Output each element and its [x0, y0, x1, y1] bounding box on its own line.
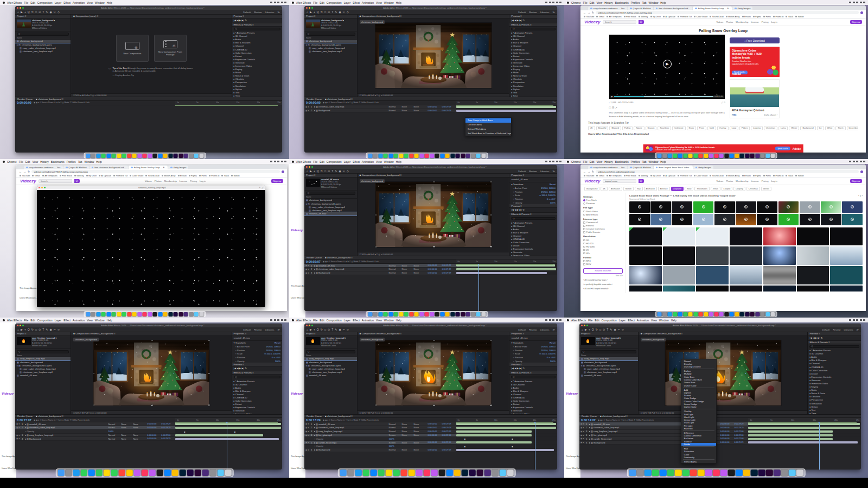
menubar-item[interactable]: View: [376, 160, 382, 163]
transform-property-row[interactable]: ○ Position1920.0, 1080.0: [509, 348, 557, 352]
minimize-window-button[interactable]: [41, 187, 43, 188]
timeline-layer-row[interactable]: ◉ ● 6 ▸ ▥ Background Normal None None 0:…: [304, 448, 557, 452]
bookmark-item[interactable]: AE Templates: [42, 175, 58, 177]
adobe-ad-card[interactable]: Öğrencilere Cyber Monday'de %60 + %20 in…: [730, 47, 780, 78]
menubar-item[interactable]: Chrome: [571, 1, 581, 4]
dock-icon[interactable]: [394, 154, 398, 158]
filter-chip[interactable]: Background: [584, 187, 599, 191]
layer-name[interactable]: ▸ ▥ Background: [314, 448, 389, 451]
dock-icon[interactable]: [143, 312, 147, 316]
keyframe-icon[interactable]: ◆: [234, 431, 235, 433]
layer-duration-bar[interactable]: [748, 441, 857, 443]
dock-icon[interactable]: [141, 470, 148, 477]
timeline-layer-row[interactable]: ◉ ● 3 ▸ ▥ Background Normal None None 0:…: [304, 271, 557, 275]
layer-name[interactable]: ▸ ▥ snowfall_4K.mov: [314, 264, 389, 267]
menubar-item[interactable]: Effect: [353, 160, 360, 163]
progress-bar[interactable]: [614, 96, 713, 97]
site-nav-link[interactable]: License: [751, 180, 758, 182]
layer-visibility-icons[interactable]: ◉ ●: [304, 264, 311, 267]
bookmark-item[interactable]: Videezy: [639, 175, 648, 177]
context-menu-item[interactable]: Lift Work Area: [465, 123, 511, 127]
zoom-window-button[interactable]: [311, 166, 313, 168]
dock-icon[interactable]: [112, 312, 116, 316]
dock-icon[interactable]: [112, 154, 116, 158]
layer-visibility-icons[interactable]: ◉ ●: [579, 434, 586, 436]
dock-icon[interactable]: [168, 312, 173, 316]
layer-name[interactable]: ▸ ▥ candle_flicker.mp4: [589, 438, 681, 440]
dock-icon[interactable]: [86, 154, 90, 158]
bookmark-item[interactable]: Gmail: [596, 175, 604, 177]
timeline-layer-row[interactable]: ◉ ● 1 ▸ ▥ snowfall_4K.mov Normal ▾ None …: [579, 422, 861, 426]
tool-icon[interactable]: ↻: [321, 328, 323, 331]
track-matte-select[interactable]: None: [402, 271, 414, 274]
video-thumbnail[interactable]: [696, 266, 729, 284]
browser-tab[interactable]: free-christmas-background-vid…: [90, 166, 129, 170]
dock-icon[interactable]: [111, 470, 118, 477]
menubar-item[interactable]: Composition: [37, 1, 53, 4]
track-matte-select[interactable]: None: [402, 109, 414, 112]
menubar-item[interactable]: Bookmarks: [615, 1, 629, 4]
dock-icon[interactable]: [419, 312, 424, 316]
apple-menu-icon[interactable]: [3, 319, 5, 321]
tool-icon[interactable]: ⌂: [17, 11, 19, 14]
timeline-layer-row[interactable]: ◉ ● 1 ▸ ▥ snowfall_4K.mov Normal None No…: [304, 422, 557, 426]
layer-duration-track[interactable]: [456, 422, 557, 426]
tool-icon[interactable]: ◉: [614, 328, 616, 331]
bookmark-item[interactable]: Gmail: [32, 175, 40, 177]
effects-presets-tab[interactable]: Effects & Presets ≡: [509, 371, 557, 375]
tool-icon[interactable]: ✂: [54, 11, 56, 14]
new-composition-from-footage-button[interactable]: New Composition From Footage: [154, 35, 187, 62]
context-menu-item[interactable]: Extract Work Area: [465, 126, 511, 131]
workspace-tab[interactable]: Libraries: [540, 170, 550, 173]
parent-link-select[interactable]: None: [414, 430, 428, 433]
keyframe-icon[interactable]: ◆: [512, 438, 513, 440]
layer-duration-bar[interactable]: [748, 427, 860, 429]
tool-icon[interactable]: ✎: [335, 328, 337, 331]
profile-avatar[interactable]: [860, 170, 863, 173]
menubar-item[interactable]: Effect: [63, 1, 71, 4]
video-thumbnail[interactable]: [763, 227, 796, 246]
filter-chip[interactable]: Animated: [644, 187, 657, 191]
filter-option[interactable]: Creative Commons: [583, 227, 623, 230]
video-player[interactable]: ▶ ▶0:04 / 0:10: [609, 34, 725, 100]
related-search-item[interactable]: ‹ 4K snowfall overlay loops ›: [583, 279, 623, 281]
sponsored-video-thumbnail[interactable]: ▶: [693, 214, 714, 225]
layer-duration-bar[interactable]: [748, 430, 833, 433]
tool-icon[interactable]: Q: [28, 11, 30, 14]
tool-icon[interactable]: T: [331, 328, 333, 331]
video-thumbnail[interactable]: [830, 266, 863, 284]
viewer-stage[interactable]: christmas_background: [358, 178, 509, 252]
dock-icon[interactable]: [103, 470, 110, 477]
workspace-tab[interactable]: Libraries: [540, 328, 550, 331]
tool-icon[interactable]: ✂: [343, 170, 345, 173]
layer-visibility-icons[interactable]: ◉ ●: [304, 268, 311, 270]
layer-visibility-icons[interactable]: ◉ ●: [15, 434, 22, 436]
menubar-item[interactable]: Edit: [25, 160, 30, 163]
menubar-item[interactable]: Chrome: [7, 160, 17, 163]
zoom-window-button[interactable]: [586, 325, 588, 326]
dock-icon[interactable]: [153, 312, 157, 316]
dock-icon[interactable]: [699, 154, 703, 158]
dock-icon[interactable]: [693, 154, 698, 158]
bookmark-item[interactable]: Videezy: [74, 175, 84, 177]
layer-duration-track[interactable]: [456, 271, 557, 275]
tool-icon[interactable]: ⌂: [307, 328, 308, 331]
sponsored-video-thumbnail[interactable]: ▶: [650, 214, 671, 225]
dock-icon[interactable]: [225, 470, 232, 477]
track-matte-select[interactable]: None: [121, 434, 133, 436]
layer-duration-track[interactable]: [748, 430, 861, 433]
dock-icon[interactable]: [132, 312, 137, 316]
dock-icon[interactable]: [730, 154, 734, 158]
filter-option[interactable]: After Effects: [583, 213, 623, 216]
context-menu-item[interactable]: Set Work Area to Duration of Selected La…: [465, 131, 511, 135]
layer-name[interactable]: ▸ ▥ christmas_cabin_loop.mp4: [589, 426, 681, 429]
menubar-item[interactable]: After Effects: [7, 1, 22, 4]
back-icon[interactable]: ←: [583, 11, 586, 14]
dock-icon[interactable]: [399, 154, 403, 158]
filter-chip[interactable]: Slow: [685, 187, 693, 191]
bookmark-item[interactable]: Fonts: [199, 175, 207, 177]
video-thumbnail[interactable]: [696, 246, 729, 265]
workspace-tab[interactable]: Review: [254, 328, 261, 331]
reload-icon[interactable]: ↻: [592, 170, 594, 173]
bookmark-item[interactable]: Frame.io: [209, 175, 219, 177]
